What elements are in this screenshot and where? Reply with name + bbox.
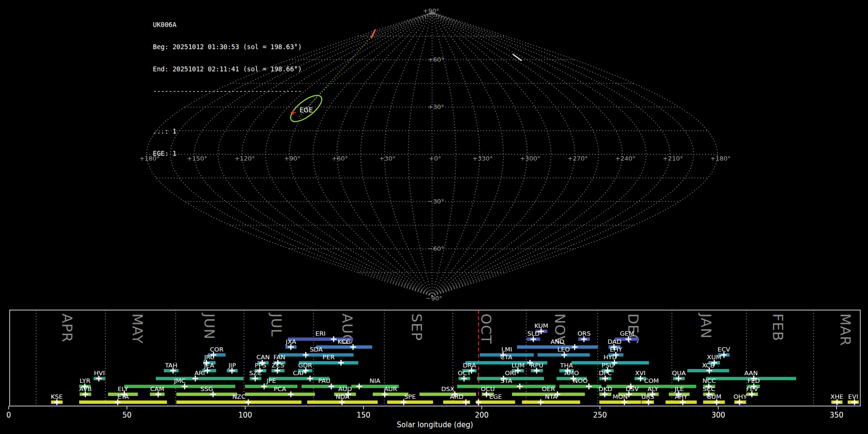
- shower-code-label: GDR: [298, 362, 312, 369]
- longitude-label: +300°: [520, 155, 540, 162]
- shower-activity: XCB: [687, 362, 729, 374]
- shower-peak-marker: [288, 392, 294, 397]
- latitude-label: +60°: [428, 56, 444, 63]
- shower-code-label: DPC: [599, 369, 612, 377]
- latitude-label: −60°: [428, 245, 444, 252]
- shower-bar: [599, 400, 641, 404]
- shower-code-label: HVI: [94, 369, 105, 377]
- shower-code-label: FAN: [273, 353, 285, 361]
- month-label: JUL: [268, 312, 285, 337]
- shower-code-label: LMI: [502, 346, 512, 353]
- shower-code-label: LEO: [557, 346, 570, 353]
- longitude-label: +120°: [234, 155, 255, 162]
- shower-code-label: ORS: [577, 330, 591, 337]
- shower-code-label: ERI: [315, 330, 326, 337]
- shower-code-label: ETA: [117, 393, 129, 400]
- shower-code-label: AUD: [338, 385, 352, 393]
- shower-code-label: EGE: [489, 393, 502, 400]
- shower-code-label: XCB: [702, 362, 715, 369]
- meridian-line: [242, 13, 432, 296]
- shower-code-label: URS: [641, 393, 654, 400]
- sporadic-meteor-segment: [513, 54, 522, 61]
- shower-code-label: NOO: [573, 377, 587, 384]
- shower-code-label: DSV: [625, 385, 638, 393]
- shower-peak-marker: [463, 399, 469, 405]
- longitude-label: +0°: [429, 155, 441, 162]
- longitude-label: +240°: [615, 155, 636, 162]
- shower-code-label: LYR: [80, 377, 91, 384]
- shower-activity: TAH: [164, 362, 178, 374]
- meridian-line: [147, 13, 432, 296]
- shower-code-label: JPE: [266, 377, 276, 384]
- shower-bar: [176, 400, 301, 404]
- shower-code-label: OER: [542, 385, 555, 393]
- shower-activity: OHY: [733, 393, 747, 405]
- shower-peak-marker: [572, 344, 578, 350]
- shower-code-label: MON: [613, 393, 628, 400]
- shower-bar: [522, 400, 580, 404]
- shower-bar: [176, 393, 237, 396]
- longitude-label: +60°: [332, 155, 348, 162]
- shower-code-label: OCU: [481, 385, 495, 393]
- shower-code-label: ARD: [450, 393, 463, 400]
- shower-code-label: PPS: [255, 362, 266, 369]
- sky-map: +180°+150°+120°+90°+60°+30°+0°+330°+300°…: [0, 0, 868, 309]
- shower-code-label: CAN: [257, 353, 270, 361]
- shower-code-label: AND: [551, 338, 565, 345]
- latitude-label: +90°: [423, 7, 439, 14]
- x-tick-label: 300: [711, 411, 725, 420]
- meridian-line: [432, 13, 456, 296]
- shower-code-label: THA: [560, 362, 573, 369]
- shower-code-label: XVI: [635, 369, 646, 377]
- shower-code-label: KCG: [338, 338, 351, 345]
- shower-code-label: DSX: [441, 385, 454, 393]
- shower-code-label: XHE: [830, 393, 843, 400]
- shower-bar: [559, 385, 601, 388]
- shower-peak-marker: [245, 399, 251, 405]
- shower-code-label: COR: [210, 346, 223, 353]
- x-tick-label: 150: [356, 411, 370, 420]
- shower-code-label: ARI: [194, 369, 205, 377]
- shower-code-label: CTA: [501, 353, 513, 361]
- month-label: OCT: [478, 313, 494, 344]
- shower-code-label: XUM: [707, 353, 721, 361]
- shower-activity: XHE: [830, 393, 843, 405]
- x-axis-title: Solar longitude (deg): [397, 420, 473, 429]
- shower-code-label: AAN: [744, 369, 758, 377]
- shower-activity: DKD: [598, 385, 612, 397]
- shower-peak-marker: [475, 399, 481, 405]
- month-label: SEP: [408, 313, 425, 341]
- shower-activity: OCT: [458, 369, 471, 381]
- shower-activity: DPC: [599, 369, 612, 381]
- shower-code-label: CAP: [293, 369, 305, 377]
- shower-code-label: FED: [747, 377, 760, 384]
- shower-activity: RPU: [530, 362, 543, 374]
- longitude-label: +30°: [379, 155, 395, 162]
- shower-bar: [420, 393, 476, 396]
- shower-code-label: JMC: [174, 377, 186, 384]
- radiant-shower-label: EGE: [299, 106, 313, 114]
- longitude-label: +210°: [663, 155, 683, 162]
- meteor-station-report: UK006A Beg: 20251012 01:30:53 (sol = 198…: [0, 0, 868, 434]
- month-label: JAN: [698, 312, 714, 339]
- shower-code-label: PCA: [274, 385, 286, 393]
- shower-code-label: CAM: [150, 385, 164, 393]
- shower-peak-marker: [517, 383, 523, 389]
- x-tick-label: 200: [475, 411, 489, 420]
- shower-code-label: DKD: [598, 385, 612, 393]
- shower-activity: URS: [641, 393, 654, 405]
- shower-code-label: JEA: [203, 362, 214, 369]
- shower-bar: [457, 385, 556, 388]
- shower-activity: GUM: [703, 393, 725, 405]
- shower-code-label: AMO: [564, 369, 579, 377]
- shower-code-label: ECV: [718, 346, 730, 353]
- shower-code-label: EVI: [848, 393, 858, 400]
- x-tick-label: 50: [122, 411, 132, 420]
- shower-code-label: AUR: [384, 385, 397, 393]
- activity-timeline-chart: APRMAYJUNJULAUGSEPOCTNOVDECJANFEBMARKUME…: [0, 309, 868, 434]
- shower-code-label: GEM: [620, 330, 634, 337]
- longitude-label: +330°: [473, 155, 493, 162]
- month-label: JUN: [201, 312, 217, 339]
- shower-code-label: NCC: [703, 377, 716, 384]
- shower-bar: [476, 400, 515, 404]
